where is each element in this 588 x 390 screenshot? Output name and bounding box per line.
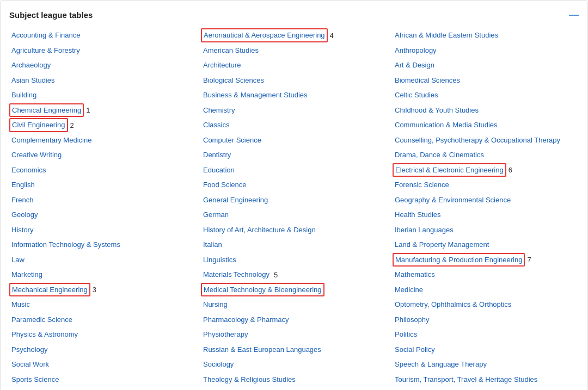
subject-link[interactable]: Creative Writing	[9, 148, 64, 162]
subject-link[interactable]: Dentistry	[201, 148, 233, 162]
column-1: Accounting & FinanceAgriculture & Forest…	[9, 28, 201, 390]
annotation-number: 2	[70, 121, 74, 129]
subject-link[interactable]: Forensic Science	[393, 178, 451, 192]
subject-link[interactable]: Drama, Dance & Cinematics	[393, 148, 486, 162]
list-item: Creative Writing	[9, 148, 195, 163]
subject-link[interactable]: Italian	[201, 238, 224, 252]
subject-link[interactable]: Land & Property Management	[393, 238, 491, 252]
subject-link[interactable]: Archaeology	[9, 58, 53, 72]
subject-link[interactable]: Optometry, Ophthalmics & Orthoptics	[393, 298, 513, 312]
subject-link[interactable]: Classics	[201, 118, 231, 132]
subject-link[interactable]: Art & Design	[393, 58, 437, 72]
subject-link[interactable]: Materials Technology	[201, 268, 272, 282]
list-item: Architecture	[201, 58, 387, 73]
subject-link[interactable]: German	[201, 208, 231, 222]
list-item: Sports Science	[9, 373, 195, 387]
subject-link[interactable]: Mechanical Engineering	[9, 283, 90, 297]
list-item: Town & Country Planning and Landscape De…	[9, 387, 195, 390]
subject-link[interactable]: Computer Science	[201, 133, 264, 147]
subject-link[interactable]: Psychology	[9, 343, 50, 357]
subject-link[interactable]: Speech & Language Therapy	[393, 357, 489, 372]
list-item: Music	[9, 298, 195, 312]
collapse-icon[interactable]: —	[569, 9, 579, 21]
list-item: Mechanical Engineering3	[9, 283, 195, 298]
subject-link[interactable]: Social Policy	[393, 343, 437, 357]
subject-link[interactable]: Education	[201, 163, 237, 177]
subject-link[interactable]: French	[9, 193, 35, 207]
subject-link[interactable]: Information Technology & Systems	[9, 238, 122, 252]
widget-header: Subject league tables —	[9, 9, 579, 21]
subject-link[interactable]: Medicine	[393, 283, 425, 297]
subject-link[interactable]: Iberian Languages	[393, 223, 456, 237]
subject-link[interactable]: Asian Studies	[9, 73, 57, 88]
subject-link[interactable]: Accounting & Finance	[9, 28, 82, 42]
subject-link[interactable]: Aeronautical & Aerospace Engineering	[201, 28, 328, 42]
subject-link[interactable]: History of Art, Architecture & Design	[201, 223, 318, 237]
list-item: Civil Engineering2	[9, 118, 195, 133]
subject-link[interactable]: Geography & Environmental Science	[393, 193, 513, 207]
list-item: American Studies	[201, 44, 387, 58]
subject-link[interactable]: Biomedical Sciences	[393, 73, 462, 88]
subject-link[interactable]: Tourism, Transport, Travel & Heritage St…	[393, 373, 540, 387]
subject-link[interactable]: Chemistry	[201, 103, 237, 117]
subject-link[interactable]: Geology	[9, 208, 40, 222]
list-item: Building	[9, 88, 195, 103]
subject-link[interactable]: Electrical & Electronic Engineering	[393, 163, 506, 177]
subject-link[interactable]: Complementary Medicine	[9, 133, 94, 147]
list-item: History of Art, Architecture & Design	[201, 223, 387, 238]
subject-link[interactable]: Biological Sciences	[201, 73, 266, 88]
list-item: Veterinary Medicine	[201, 387, 387, 390]
subject-link[interactable]: General Engineering	[201, 193, 270, 207]
list-item: Aeronautical & Aerospace Engineering4	[201, 28, 387, 43]
subject-link[interactable]: Health Studies	[393, 208, 443, 222]
subject-link[interactable]: Veterinary Medicine	[201, 387, 267, 390]
subject-link[interactable]: Anthropology	[393, 44, 439, 58]
subject-link[interactable]: Philosophy	[393, 313, 432, 327]
subject-link[interactable]: Architecture	[201, 58, 243, 72]
subject-link[interactable]: Building	[9, 88, 39, 102]
subject-link[interactable]: Sports Science	[9, 373, 61, 387]
subject-link[interactable]: Celtic Studies	[393, 88, 440, 102]
subject-link[interactable]: Linguistics	[201, 253, 238, 267]
subject-link[interactable]: Medical Technology & Bioengineering	[201, 283, 324, 297]
subject-link[interactable]: Counselling, Psychotherapy & Occupationa…	[393, 133, 562, 147]
subject-link[interactable]: Childhood & Youth Studies	[393, 103, 481, 117]
subject-link[interactable]: Law	[9, 253, 27, 267]
subject-link[interactable]: Communication & Media Studies	[393, 118, 500, 132]
list-item: Geology	[9, 208, 195, 222]
subject-link[interactable]: Politics	[393, 327, 419, 342]
list-item: Land & Property Management	[393, 238, 579, 252]
subject-link[interactable]: Russian & East European Languages	[201, 343, 323, 357]
subject-link[interactable]: American Studies	[201, 44, 261, 58]
list-item: Russian & East European Languages	[201, 343, 387, 357]
list-item: Marketing	[9, 268, 195, 282]
subject-link[interactable]: Chemical Engineering	[9, 103, 84, 117]
subject-link[interactable]: Theology & Religious Studies	[201, 373, 298, 387]
subject-link[interactable]: Physiotherapy	[201, 327, 250, 342]
subject-link[interactable]: Physics & Astronomy	[9, 327, 80, 342]
subject-link[interactable]: Town & Country Planning and Landscape De…	[9, 387, 168, 390]
subject-link[interactable]: African & Middle Eastern Studies	[393, 28, 500, 42]
subject-link[interactable]: History	[9, 223, 35, 237]
subject-link[interactable]: Economics	[9, 163, 48, 177]
list-item: Linguistics	[201, 253, 387, 268]
subject-link[interactable]: Nursing	[201, 298, 230, 312]
subject-link[interactable]: Business & Management Studies	[201, 88, 310, 102]
list-item: Theology & Religious Studies	[201, 373, 387, 387]
subject-link[interactable]: Music	[9, 298, 32, 312]
subject-link[interactable]: English	[9, 178, 37, 192]
list-item: Drama, Dance & Cinematics	[393, 148, 579, 163]
subject-link[interactable]: Paramedic Science	[9, 313, 75, 327]
subject-link[interactable]: Marketing	[9, 268, 45, 282]
subject-link[interactable]: Sociology	[201, 357, 236, 372]
list-item: Biomedical Sciences	[393, 73, 579, 88]
list-item: Chemical Engineering1	[9, 103, 195, 118]
subject-link[interactable]: Social Work	[9, 357, 51, 372]
subject-link[interactable]: Mathematics	[393, 268, 437, 282]
subject-link[interactable]: Agriculture & Forestry	[9, 44, 82, 58]
columns-container: Accounting & FinanceAgriculture & Forest…	[9, 28, 579, 390]
subject-link[interactable]: Pharmacology & Pharmacy	[201, 313, 291, 327]
subject-link[interactable]: Manufacturing & Production Engineering	[393, 253, 525, 267]
subject-link[interactable]: Food Science	[201, 178, 249, 192]
subject-link[interactable]: Civil Engineering	[9, 118, 68, 132]
